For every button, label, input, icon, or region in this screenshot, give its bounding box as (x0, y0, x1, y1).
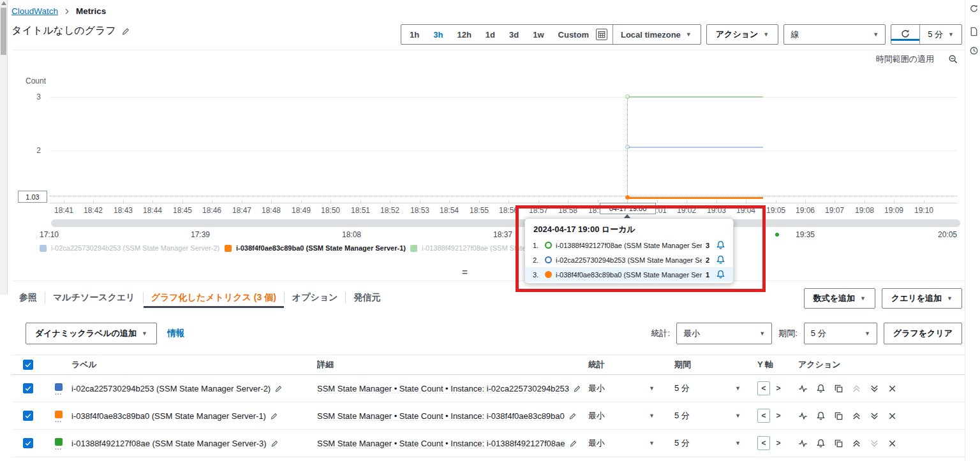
row-checkbox[interactable] (23, 411, 33, 421)
y-axis-left-button[interactable]: < (757, 436, 770, 450)
breadcrumb-cloudwatch-link[interactable]: CloudWatch (11, 6, 58, 16)
document-icon[interactable] (969, 27, 979, 36)
pencil-icon[interactable] (274, 384, 283, 393)
scroll-up-arrow-icon[interactable] (1, 1, 6, 5)
reload-icon[interactable] (969, 4, 979, 13)
timeline-scrubber[interactable] (51, 219, 960, 227)
pulse-icon[interactable] (798, 411, 808, 421)
tab-1[interactable]: 参照 (11, 288, 45, 308)
add-query-button[interactable]: クエリを追加▼ (882, 288, 962, 309)
actions-dropdown-button[interactable]: アクション▼ (706, 24, 778, 45)
move-down-icon (870, 439, 879, 448)
tab-4[interactable]: オプション (285, 288, 346, 308)
pulse-icon[interactable] (798, 439, 808, 448)
y-axis-right-button[interactable]: > (772, 381, 785, 395)
select-all-checkbox[interactable] (23, 360, 33, 370)
x-tick-mark (657, 200, 658, 203)
pulse-icon[interactable] (798, 384, 808, 393)
bell-icon[interactable] (716, 255, 725, 265)
row-checkbox[interactable] (23, 438, 33, 448)
legend-label: i-038f4f0ae83c89ba0 (SSM State Manager S… (236, 244, 406, 252)
period-inline-select[interactable]: 5 分▼ (674, 437, 741, 449)
tab-2[interactable]: マルチソースクエリ (45, 288, 143, 308)
bell-icon[interactable] (816, 384, 826, 393)
remove-icon[interactable] (887, 411, 897, 421)
pencil-icon[interactable] (569, 439, 577, 448)
apply-time-range-label[interactable]: 時間範囲の適用 (876, 54, 934, 65)
info-link[interactable]: 情報 (167, 328, 184, 339)
add-dynamic-label-button[interactable]: ダイナミックラベルの追加▼ (26, 323, 157, 344)
copy-icon[interactable] (834, 439, 843, 448)
bell-icon[interactable] (816, 411, 826, 421)
row-color-cell: ... (43, 383, 71, 394)
time-range-1w[interactable]: 1w (526, 25, 551, 44)
move-up-icon[interactable] (852, 411, 861, 421)
pencil-icon[interactable] (573, 384, 581, 393)
stat-select[interactable]: 最小▼ (676, 323, 772, 344)
stat-inline-select[interactable]: 最小▼ (588, 410, 655, 421)
refresh-button[interactable] (891, 29, 919, 41)
tab-3[interactable]: グラフ化したメトリクス (3 個) (144, 288, 284, 308)
panel-resize-handle[interactable]: = (462, 267, 468, 277)
period-select[interactable]: 5 分▼ (804, 323, 877, 344)
legend-item[interactable]: i-038f4f0ae83c89ba0 (SSM State Manager S… (225, 244, 406, 252)
stat-inline-select[interactable]: 最小▼ (588, 437, 655, 449)
stat-inline-select[interactable]: 最小▼ (588, 383, 655, 394)
color-menu-dots[interactable]: ... (55, 446, 62, 449)
tooltip-row[interactable]: 1.i-01388f492127f08ae (SSM State Manager… (525, 238, 733, 252)
bell-icon[interactable] (716, 270, 725, 279)
remove-icon[interactable] (887, 384, 897, 393)
y-axis-left-button[interactable]: < (757, 381, 770, 395)
graph-type-select[interactable]: 線▼ (783, 24, 886, 45)
zoom-out-icon[interactable] (948, 54, 958, 64)
metric-details-link[interactable]: SSM State Manager • State Count • Instan… (317, 384, 569, 393)
move-down-icon[interactable] (870, 384, 879, 393)
tooltip-row[interactable]: 3.i-038f4f0ae83c89ba0 (SSM State Manager… (525, 267, 733, 282)
tooltip-row[interactable]: 2.i-02ca225730294b253 (SSM State Manager… (525, 252, 733, 267)
chevron-down-icon: ▼ (649, 413, 655, 419)
pencil-icon[interactable] (271, 439, 279, 448)
copy-icon[interactable] (834, 384, 843, 393)
x-tick-mark (894, 200, 895, 203)
left-scrollbar[interactable] (0, 0, 8, 295)
period-inline-select[interactable]: 5 分▼ (674, 410, 741, 421)
period-inline-select[interactable]: 5 分▼ (674, 383, 741, 394)
add-math-button[interactable]: 数式を追加▼ (804, 288, 875, 309)
time-range-1d[interactable]: 1d (479, 25, 502, 44)
metric-details-link[interactable]: SSM State Manager • State Count • Instan… (317, 439, 565, 448)
edit-title-pencil-icon[interactable] (121, 27, 130, 36)
refresh-interval-dropdown[interactable]: 5 分▼ (920, 29, 961, 40)
copy-icon[interactable] (834, 411, 843, 421)
time-range-custom[interactable]: Custom (551, 25, 596, 44)
y-axis-left-button[interactable]: < (757, 409, 770, 423)
pencil-icon[interactable] (270, 412, 278, 420)
color-menu-dots[interactable]: ... (55, 391, 62, 394)
tab-5[interactable]: 発信元 (346, 288, 388, 308)
pencil-icon[interactable] (568, 412, 577, 420)
clock-icon[interactable] (969, 46, 979, 55)
bell-icon[interactable] (816, 439, 826, 448)
x-tick-label: 18:51 (346, 206, 375, 215)
bell-icon[interactable] (716, 240, 725, 250)
timezone-dropdown[interactable]: Local timezone▼ (613, 30, 699, 40)
move-up-icon[interactable] (852, 439, 861, 448)
time-range-3h[interactable]: 3h (426, 25, 450, 44)
time-range-3d[interactable]: 3d (502, 25, 526, 44)
x-tick-label: 19:06 (791, 206, 819, 215)
x-tick-label: 18:53 (406, 206, 434, 215)
remove-icon[interactable] (887, 439, 897, 448)
legend-item[interactable]: i-02ca225730294b253 (SSM State Manager S… (40, 244, 219, 252)
calendar-icon[interactable] (596, 29, 607, 40)
move-down-icon[interactable] (870, 411, 879, 421)
clear-graph-button[interactable]: グラフをクリア (884, 323, 962, 344)
y-axis-right-button[interactable]: > (772, 436, 785, 450)
time-range-12h[interactable]: 12h (450, 25, 478, 44)
row-details-cell: SSM State Manager • State Count • Instan… (317, 384, 588, 393)
row-checkbox[interactable] (23, 383, 33, 393)
metric-details-link[interactable]: SSM State Manager • State Count • Instan… (317, 411, 565, 421)
scrollbar-thumb[interactable] (1, 8, 6, 55)
y-axis-right-button[interactable]: > (772, 409, 785, 423)
time-range-1h[interactable]: 1h (403, 25, 426, 44)
color-menu-dots[interactable]: ... (55, 419, 62, 421)
x-tick-mark (449, 200, 450, 203)
